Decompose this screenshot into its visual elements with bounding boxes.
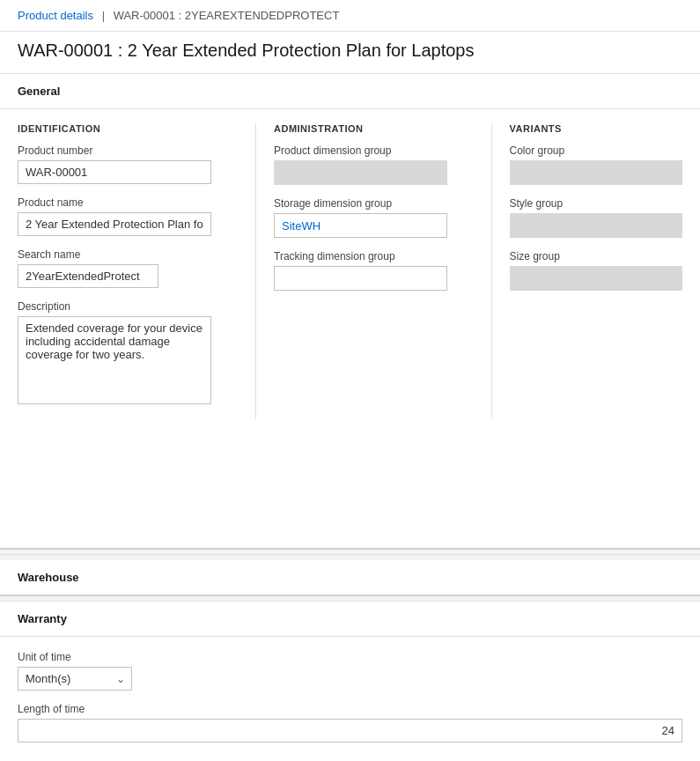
search-name-label: Search name bbox=[18, 248, 211, 261]
product-number-group: Product number bbox=[18, 144, 211, 184]
page-title: WAR-00001 : 2 Year Extended Protection P… bbox=[0, 32, 700, 74]
sitewh-link[interactable]: SiteWH bbox=[282, 219, 321, 233]
unit-of-time-wrapper: Day(s) Month(s) Year(s) ⌄ bbox=[18, 667, 132, 691]
storage-dimension-value: SiteWH bbox=[274, 213, 447, 238]
variants-header: VARIANTS bbox=[510, 123, 683, 134]
product-number-label: Product number bbox=[18, 144, 211, 157]
tracking-dimension-input[interactable] bbox=[274, 266, 447, 291]
identification-column: IDENTIFICATION Product number Product na… bbox=[18, 123, 238, 419]
product-dimension-label: Product dimension group bbox=[274, 144, 447, 157]
product-name-input[interactable] bbox=[18, 212, 211, 236]
description-label: Description bbox=[18, 300, 211, 313]
identification-header: IDENTIFICATION bbox=[18, 123, 211, 134]
unit-of-time-select[interactable]: Day(s) Month(s) Year(s) bbox=[18, 667, 132, 691]
product-name-group: Product name bbox=[18, 196, 211, 236]
general-section: General IDENTIFICATION Product number Pr… bbox=[0, 74, 700, 550]
breadcrumb-current: WAR-00001 : 2YEAREXTENDEDPROTECT bbox=[114, 9, 340, 22]
storage-dimension-label: Storage dimension group bbox=[274, 197, 447, 210]
storage-dimension-group: Storage dimension group SiteWH bbox=[274, 197, 447, 238]
color-group-input[interactable] bbox=[510, 160, 683, 185]
section-gap-1 bbox=[0, 550, 700, 555]
unit-of-time-label: Unit of time bbox=[18, 651, 682, 663]
size-group-label: Size group bbox=[510, 250, 683, 262]
color-group-label: Color group bbox=[510, 144, 683, 157]
style-group-label: Style group bbox=[510, 197, 683, 210]
warranty-header: Warranty bbox=[0, 602, 700, 637]
size-group-input[interactable] bbox=[510, 266, 683, 291]
section-spacer bbox=[18, 419, 682, 534]
tracking-dimension-label: Tracking dimension group bbox=[274, 250, 447, 262]
variants-column: VARIANTS Color group Style group Size gr… bbox=[510, 123, 683, 419]
administration-header: ADMINISTRATION bbox=[274, 123, 447, 134]
general-section-header: General bbox=[0, 74, 700, 109]
length-of-time-label: Length of time bbox=[18, 703, 682, 715]
description-group: Description Extended coverage for your d… bbox=[18, 300, 211, 407]
warehouse-section: Warehouse bbox=[0, 560, 700, 596]
warranty-section: Warranty Unit of time Day(s) Month(s) Ye… bbox=[0, 602, 700, 761]
style-group-input[interactable] bbox=[510, 213, 683, 238]
style-group-group: Style group bbox=[510, 197, 683, 238]
warehouse-header: Warehouse bbox=[0, 560, 700, 595]
divider-1 bbox=[255, 123, 256, 419]
search-name-input[interactable] bbox=[18, 264, 158, 288]
size-group-group: Size group bbox=[510, 250, 683, 291]
unit-of-time-group: Unit of time Day(s) Month(s) Year(s) ⌄ bbox=[18, 651, 682, 691]
length-of-time-group: Length of time bbox=[18, 703, 682, 743]
search-name-group: Search name bbox=[18, 248, 211, 288]
description-textarea[interactable]: Extended coverage for your device includ… bbox=[18, 316, 211, 404]
product-number-input[interactable] bbox=[18, 160, 211, 184]
breadcrumb-separator: | bbox=[102, 9, 105, 22]
divider-2 bbox=[491, 123, 492, 419]
product-dimension-group: Product dimension group bbox=[274, 144, 447, 185]
length-of-time-input[interactable] bbox=[18, 719, 682, 743]
product-name-label: Product name bbox=[18, 196, 211, 209]
tracking-dimension-group: Tracking dimension group bbox=[274, 250, 447, 291]
administration-column: ADMINISTRATION Product dimension group S… bbox=[274, 123, 474, 419]
color-group-group: Color group bbox=[510, 144, 683, 185]
breadcrumb-link[interactable]: Product details bbox=[18, 9, 93, 22]
product-dimension-input[interactable] bbox=[274, 160, 447, 185]
